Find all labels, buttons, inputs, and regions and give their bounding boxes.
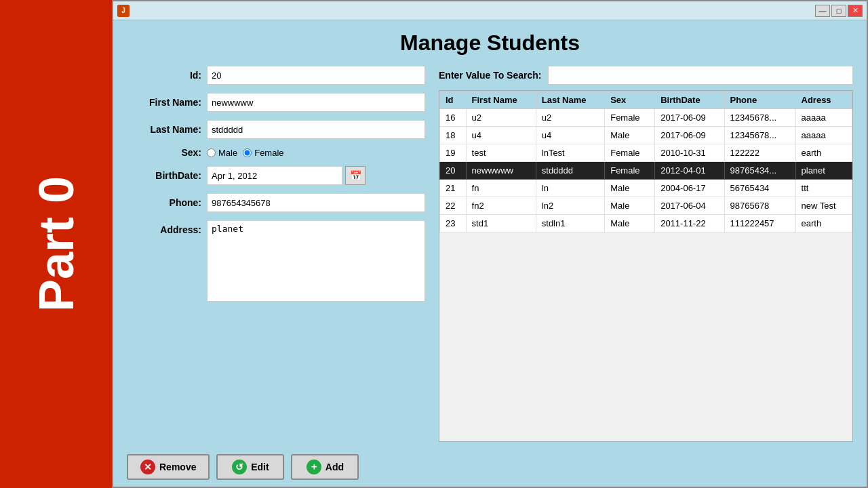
search-label: Enter Value To Search: <box>439 70 541 81</box>
table-cell: 122222 <box>724 144 795 162</box>
close-button[interactable]: ✕ <box>848 5 863 17</box>
table-cell: 22 <box>440 197 467 215</box>
table-cell: Female <box>605 162 655 180</box>
table-cell: 2004-06-17 <box>655 180 724 197</box>
titlebar-left: J <box>117 5 130 17</box>
table-cell: u2 <box>466 109 536 127</box>
edit-label: Edit <box>251 462 269 472</box>
table-row[interactable]: 16u2u2Female2017-06-0912345678...aaaaa <box>440 109 852 127</box>
table-cell: 2011-11-22 <box>655 215 724 232</box>
remove-button[interactable]: ✕ Remove <box>127 454 210 480</box>
table-cell: ttt <box>795 180 852 197</box>
table-cell: 2017-06-09 <box>655 109 724 127</box>
table-cell: newwwww <box>466 162 536 180</box>
right-panel: Enter Value To Search: Id First Name Las… <box>439 62 853 442</box>
col-lastname: Last Name <box>536 92 604 109</box>
table-cell: planet <box>795 162 852 180</box>
form-panel: Id: First Name: Last Name: Sex: Male <box>127 62 425 442</box>
table-cell: new Test <box>795 197 852 215</box>
birthdate-input[interactable] <box>207 166 342 185</box>
birthdate-row: BirthDate: 📅 <box>127 166 425 185</box>
table-row[interactable]: 21fnlnMale2004-06-1756765434ttt <box>440 180 852 197</box>
table-cell: ln2 <box>536 197 604 215</box>
titlebar: J — □ ✕ <box>113 1 867 20</box>
table-cell: ln <box>536 180 604 197</box>
male-label: Male <box>218 148 237 158</box>
male-option[interactable]: Male <box>207 148 237 158</box>
col-phone: Phone <box>724 92 795 109</box>
maximize-button[interactable]: □ <box>831 5 846 17</box>
students-table: Id First Name Last Name Sex BirthDate Ph… <box>439 91 852 232</box>
table-cell: lnTest <box>536 144 604 162</box>
sex-label: Sex: <box>127 147 201 158</box>
table-cell: 16 <box>440 109 467 127</box>
java-icon: J <box>117 5 130 17</box>
table-cell: 111222457 <box>724 215 795 232</box>
firstname-label: First Name: <box>127 97 201 108</box>
minimize-button[interactable]: — <box>815 5 830 17</box>
address-input[interactable] <box>207 220 425 302</box>
table-cell: test <box>466 144 536 162</box>
table-cell: aaaaa <box>795 127 852 144</box>
table-cell: 98765434... <box>724 162 795 180</box>
male-radio[interactable] <box>207 148 216 157</box>
table-cell: 2010-10-31 <box>655 144 724 162</box>
table-row[interactable]: 22fn2ln2Male2017-06-0498765678new Test <box>440 197 852 215</box>
lastname-input[interactable] <box>207 120 425 139</box>
table-cell: stdln1 <box>536 215 604 232</box>
female-label: Female <box>254 148 283 158</box>
table-cell: stddddd <box>536 162 604 180</box>
search-input[interactable] <box>548 66 853 85</box>
content-area: Id: First Name: Last Name: Sex: Male <box>113 62 867 449</box>
table-cell: Female <box>605 144 655 162</box>
female-option[interactable]: Female <box>243 148 283 158</box>
calendar-button[interactable]: 📅 <box>345 166 366 185</box>
add-icon: ＋ <box>307 460 321 474</box>
table-cell: 20 <box>440 162 467 180</box>
edit-icon: ↺ <box>232 460 247 474</box>
id-row: Id: <box>127 66 425 85</box>
sex-options: Male Female <box>207 148 284 158</box>
col-id: Id <box>440 92 467 109</box>
table-row[interactable]: 19testlnTestFemale2010-10-31122222earth <box>440 144 852 162</box>
address-label: Address: <box>127 224 201 235</box>
page-title: Manage Students <box>113 20 867 62</box>
table-cell: earth <box>795 144 852 162</box>
table-cell: 12345678... <box>724 109 795 127</box>
table-cell: u4 <box>536 127 604 144</box>
firstname-row: First Name: <box>127 93 425 112</box>
phone-row: Phone: <box>127 193 425 212</box>
table-cell: 2017-06-09 <box>655 127 724 144</box>
table-cell: u2 <box>536 109 604 127</box>
phone-label: Phone: <box>127 197 201 208</box>
col-sex: Sex <box>605 92 655 109</box>
table-row[interactable]: 23std1stdln1Male2011-11-22111222457earth <box>440 215 852 232</box>
table-cell: 12345678... <box>724 127 795 144</box>
table-cell: 2017-06-04 <box>655 197 724 215</box>
table-row[interactable]: 18u4u4Male2017-06-0912345678...aaaaa <box>440 127 852 144</box>
lastname-row: Last Name: <box>127 120 425 139</box>
table-cell: Male <box>605 197 655 215</box>
students-table-container: Id First Name Last Name Sex BirthDate Ph… <box>439 90 853 442</box>
id-input[interactable] <box>207 66 425 85</box>
lastname-label: Last Name: <box>127 124 201 135</box>
col-address: Adress <box>795 92 852 109</box>
main-window: J — □ ✕ Manage Students Id: First Name: <box>112 0 868 488</box>
table-cell: fn <box>466 180 536 197</box>
id-label: Id: <box>127 70 201 81</box>
edit-button[interactable]: ↺ Edit <box>216 454 284 480</box>
phone-input[interactable] <box>207 193 425 212</box>
table-row[interactable]: 20newwwwwstdddddFemale2012-04-0198765434… <box>440 162 852 180</box>
address-row: Address: <box>127 220 425 302</box>
birthdate-label: BirthDate: <box>127 170 201 181</box>
sidebar-label: Part 0 <box>28 176 84 312</box>
firstname-input[interactable] <box>207 93 425 112</box>
table-cell: Male <box>605 180 655 197</box>
add-button[interactable]: ＋ Add <box>291 454 359 480</box>
add-label: Add <box>326 462 344 472</box>
search-row: Enter Value To Search: <box>439 62 853 85</box>
female-radio[interactable] <box>243 148 252 157</box>
table-cell: 56765434 <box>724 180 795 197</box>
sex-row: Sex: Male Female <box>127 147 425 158</box>
birthdate-field-row: 📅 <box>207 166 366 185</box>
